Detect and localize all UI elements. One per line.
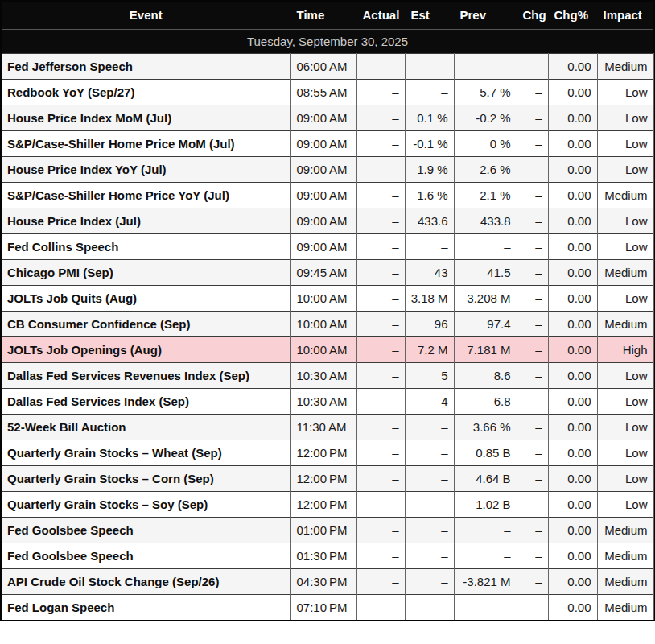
cell-chgpct: 0.00 <box>548 568 597 594</box>
table-row[interactable]: Dallas Fed Services Index (Sep)10:30 AM–… <box>2 388 653 414</box>
cell-event: JOLTs Job Openings (Aug) <box>2 336 290 362</box>
table-row[interactable]: Quarterly Grain Stocks – Wheat (Sep)12:0… <box>2 440 653 465</box>
economic-calendar: EventTimeActualEstPrevChgChg%Impact Tues… <box>0 0 655 621</box>
table-row[interactable]: JOLTs Job Openings (Aug)10:00 AM–7.2 M7.… <box>2 336 653 362</box>
cell-est: – <box>405 79 454 105</box>
cell-est: – <box>405 53 454 79</box>
column-header-time: Time <box>290 2 356 29</box>
table-row[interactable]: Fed Jefferson Speech06:00 AM––––0.00Medi… <box>2 53 653 79</box>
table-row[interactable]: API Crude Oil Stock Change (Sep/26)04:30… <box>2 568 653 594</box>
cell-est: – <box>405 568 454 594</box>
cell-actual: – <box>356 233 405 259</box>
cell-prev: – <box>454 543 517 568</box>
date-banner-row: Tuesday, September 30, 2025 <box>2 29 653 53</box>
table-row[interactable]: Fed Goolsbee Speech01:00 PM––––0.00Mediu… <box>2 517 653 543</box>
table-row[interactable]: House Price Index MoM (Jul)09:00 AM–0.1 … <box>2 105 653 130</box>
cell-est: 7.2 M <box>405 336 454 362</box>
cell-est: 1.6 % <box>405 182 454 208</box>
cell-time: 10:00 AM <box>290 311 356 336</box>
cell-impact: Medium <box>597 53 653 79</box>
cell-prev: 8.6 <box>454 362 517 388</box>
cell-prev: 4.64 B <box>454 465 517 491</box>
table-row[interactable]: Dallas Fed Services Revenues Index (Sep)… <box>2 362 653 388</box>
cell-actual: – <box>356 336 405 362</box>
cell-est: 3.18 M <box>405 285 454 311</box>
cell-prev: 6.8 <box>454 388 517 414</box>
table-row[interactable]: S&P/Case-Shiller Home Price YoY (Jul)09:… <box>2 182 653 208</box>
cell-actual: – <box>356 259 405 285</box>
cell-chgpct: 0.00 <box>548 156 597 182</box>
table-row[interactable]: S&P/Case-Shiller Home Price MoM (Jul)09:… <box>2 130 653 156</box>
cell-event: Fed Logan Speech <box>2 594 290 620</box>
cell-prev: 2.1 % <box>454 182 517 208</box>
table-row[interactable]: Quarterly Grain Stocks – Corn (Sep)12:00… <box>2 465 653 491</box>
cell-time: 11:30 AM <box>290 414 356 440</box>
cell-event: Quarterly Grain Stocks – Soy (Sep) <box>2 491 290 517</box>
cell-chg: – <box>517 336 548 362</box>
cell-chg: – <box>517 568 548 594</box>
cell-chgpct: 0.00 <box>548 414 597 440</box>
table-row[interactable]: Fed Goolsbee Speech01:30 PM––––0.00Mediu… <box>2 543 653 568</box>
cell-actual: – <box>356 130 405 156</box>
table-row[interactable]: Quarterly Grain Stocks – Soy (Sep)12:00 … <box>2 491 653 517</box>
cell-chg: – <box>517 285 548 311</box>
cell-est: – <box>405 440 454 465</box>
cell-chgpct: 0.00 <box>548 259 597 285</box>
cell-chgpct: 0.00 <box>548 208 597 233</box>
cell-impact: Low <box>597 440 653 465</box>
cell-impact: Low <box>597 285 653 311</box>
cell-est: 96 <box>405 311 454 336</box>
cell-est: 5 <box>405 362 454 388</box>
cell-impact: Low <box>597 362 653 388</box>
table-row[interactable]: Fed Collins Speech09:00 AM––––0.00Low <box>2 233 653 259</box>
cell-actual: – <box>356 388 405 414</box>
cell-chgpct: 0.00 <box>548 594 597 620</box>
cell-chgpct: 0.00 <box>548 79 597 105</box>
cell-prev: -0.2 % <box>454 105 517 130</box>
cell-est: – <box>405 414 454 440</box>
cell-impact: Medium <box>597 543 653 568</box>
cell-actual: – <box>356 53 405 79</box>
cell-time: 09:00 AM <box>290 233 356 259</box>
table-row[interactable]: JOLTs Job Quits (Aug)10:00 AM–3.18 M3.20… <box>2 285 653 311</box>
cell-chg: – <box>517 414 548 440</box>
table-row[interactable]: Fed Logan Speech07:10 PM––––0.00Medium <box>2 594 653 620</box>
cell-chg: – <box>517 440 548 465</box>
table-row[interactable]: Redbook YoY (Sep/27)08:55 AM––5.7 %–0.00… <box>2 79 653 105</box>
column-header-event: Event <box>2 2 290 29</box>
column-header-chg: Chg <box>517 2 548 29</box>
cell-impact: Low <box>597 388 653 414</box>
cell-chgpct: 0.00 <box>548 491 597 517</box>
cell-prev: -3.821 M <box>454 568 517 594</box>
cell-prev: 2.6 % <box>454 156 517 182</box>
cell-time: 09:00 AM <box>290 156 356 182</box>
cell-chgpct: 0.00 <box>548 517 597 543</box>
table-row[interactable]: House Price Index YoY (Jul)09:00 AM–1.9 … <box>2 156 653 182</box>
table-row[interactable]: Chicago PMI (Sep)09:45 AM–4341.5–0.00Med… <box>2 259 653 285</box>
cell-est: 0.1 % <box>405 105 454 130</box>
cell-chg: – <box>517 491 548 517</box>
cell-impact: Low <box>597 156 653 182</box>
table-row[interactable]: CB Consumer Confidence (Sep)10:00 AM–969… <box>2 311 653 336</box>
cell-time: 09:00 AM <box>290 208 356 233</box>
table-row[interactable]: House Price Index (Jul)09:00 AM–433.6433… <box>2 208 653 233</box>
column-header-impact: Impact <box>597 2 653 29</box>
cell-est: – <box>405 517 454 543</box>
cell-time: 10:30 AM <box>290 362 356 388</box>
table-row[interactable]: 52-Week Bill Auction11:30 AM––3.66 %–0.0… <box>2 414 653 440</box>
cell-chgpct: 0.00 <box>548 440 597 465</box>
cell-actual: – <box>356 465 405 491</box>
column-header-prev: Prev <box>454 2 517 29</box>
cell-prev: 7.181 M <box>454 336 517 362</box>
cell-actual: – <box>356 182 405 208</box>
cell-prev: 1.02 B <box>454 491 517 517</box>
cell-actual: – <box>356 208 405 233</box>
cell-prev: 433.8 <box>454 208 517 233</box>
date-banner: Tuesday, September 30, 2025 <box>2 29 653 53</box>
cell-chgpct: 0.00 <box>548 543 597 568</box>
cell-chg: – <box>517 388 548 414</box>
column-header-est: Est <box>405 2 454 29</box>
cell-chgpct: 0.00 <box>548 362 597 388</box>
cell-actual: – <box>356 568 405 594</box>
cell-chg: – <box>517 465 548 491</box>
